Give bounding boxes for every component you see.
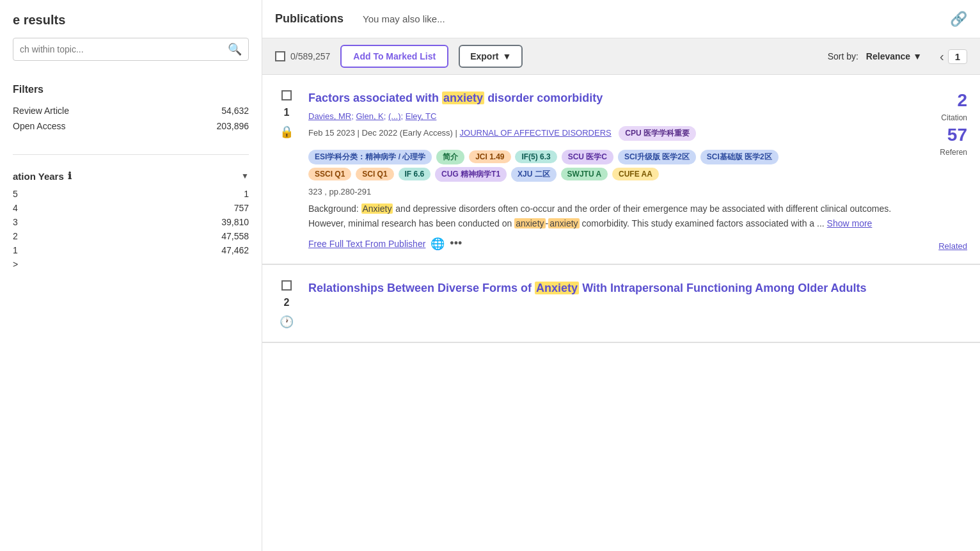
result-number-1: 1 (284, 107, 290, 118)
year-rows: 5 1 4 757 3 39,810 2 47,558 1 47,462 > (0, 187, 262, 271)
result-right-col-2 (916, 280, 967, 329)
show-more-link-1[interactable]: Show more (827, 218, 873, 228)
badge[interactable]: IF(5) 6.3 (515, 150, 557, 163)
pagination: ‹ 1 (940, 49, 967, 64)
badge[interactable]: IF 6.6 (399, 168, 431, 180)
lock-icon: 🔒 (280, 125, 294, 139)
badge[interactable]: SCI基础版 医学2区 (700, 150, 778, 164)
badge[interactable]: ESI学科分类：精神病学 / 心理学 (308, 150, 432, 164)
badges-row-1: ESI学科分类：精神病学 / 心理学 简介 JCI 1.49 IF(5) 6.3… (308, 148, 906, 183)
badge[interactable]: JCI 1.49 (469, 150, 510, 163)
year-row[interactable]: 3 39,810 (13, 215, 249, 229)
search-icon[interactable]: 🔍 (228, 42, 242, 56)
sidebar-header: e results 🔍 (0, 13, 262, 74)
year-label: 4 (13, 203, 18, 213)
info-icon: ℹ (68, 170, 72, 182)
badge-cpu: CPU 医学学科重要 (619, 126, 696, 141)
badge[interactable]: SWJTU A (561, 168, 608, 180)
prev-page-button[interactable]: ‹ (940, 49, 944, 64)
nav-subtitle: You may also like... (363, 13, 445, 24)
search-box: 🔍 (13, 38, 249, 61)
badge[interactable]: SSCI Q1 (308, 168, 351, 180)
meta-line-1: Feb 15 2023 | Dec 2022 (Early Access) | … (308, 125, 906, 142)
highlight-anxiety-abstract: Anxiety (361, 204, 393, 214)
result-body-2: Relationships Between Diverse Forms of A… (308, 280, 906, 329)
search-input[interactable] (20, 44, 228, 54)
author-ellipsis: (...) (388, 111, 401, 121)
sort-chevron-icon[interactable]: ▼ (913, 51, 922, 61)
toolbar: 0/589,257 Add To Marked List Export ▼ So… (262, 38, 980, 75)
select-all-checkbox[interactable] (275, 51, 285, 61)
year-label: 3 (13, 217, 18, 227)
badge[interactable]: SCU 医学C (562, 150, 613, 164)
main-content: Publications You may also like... 🔗 0/58… (262, 0, 980, 551)
sidebar-divider (13, 154, 249, 155)
filter-label: Review Article (13, 106, 69, 116)
filters-title: Filters (13, 84, 249, 95)
fulltext-row-1: Free Full Text From Publisher 🌐 ••• (308, 237, 906, 251)
sidebar-results-title: e results (13, 13, 249, 28)
filter-review-article[interactable]: Review Article 54,632 (13, 103, 249, 118)
author-link[interactable]: Eley, TC (406, 111, 437, 121)
chevron-down-icon: ▼ (503, 51, 512, 61)
result-list: 1 🔒 Factors associated with anxiety diso… (262, 75, 980, 343)
badge[interactable]: CUFE AA (612, 168, 659, 180)
year-row[interactable]: > (13, 257, 249, 271)
fulltext-link-1[interactable]: Free Full Text From Publisher (308, 239, 425, 249)
badge[interactable]: CUG 精神病学T1 (435, 167, 507, 182)
result-left-col-2: 2 🕐 (275, 280, 298, 329)
more-options-icon[interactable]: ••• (450, 237, 462, 250)
year-label: 1 (13, 245, 18, 255)
filter-count: 54,632 (221, 106, 249, 116)
sidebar: e results 🔍 Filters Review Article 54,63… (0, 0, 262, 551)
result-checkbox-1[interactable] (281, 90, 292, 100)
author-link[interactable]: Davies, MR (308, 111, 351, 121)
badge[interactable]: SCI升级版 医学2区 (618, 150, 696, 164)
result-right-col-1: 2 Citation 57 Referen Related (916, 90, 967, 251)
chevron-down-icon: ▼ (241, 172, 249, 180)
year-label: 2 (13, 231, 18, 241)
journal-link-1[interactable]: JOURNAL OF AFFECTIVE DISORDERS (460, 128, 612, 138)
nav-bar: Publications You may also like... 🔗 (262, 0, 980, 38)
year-count: 39,810 (221, 217, 249, 227)
year-row[interactable]: 4 757 (13, 201, 249, 215)
abstract-1: Background: Anxiety and depressive disor… (308, 202, 906, 230)
result-checkbox-2[interactable] (281, 280, 292, 291)
citation-years-section[interactable]: ation Years ℹ ▼ (0, 165, 262, 187)
highlight-anxiety-orange2: anxiety (548, 218, 579, 228)
result-count-label: 0/589,257 (290, 51, 330, 61)
link-icon[interactable]: 🔗 (950, 11, 967, 28)
year-label: > (13, 259, 18, 269)
citation-label-1: Citation (941, 113, 967, 122)
nav-publications-title: Publications (275, 12, 344, 26)
filter-count: 203,896 (216, 121, 249, 131)
year-row[interactable]: 2 47,558 (13, 229, 249, 243)
related-link-1[interactable]: Related (938, 241, 967, 251)
export-button[interactable]: Export ▼ (459, 45, 523, 68)
result-card-2: 2 🕐 Relationships Between Diverse Forms … (262, 265, 980, 343)
filter-label: Open Access (13, 121, 66, 131)
citation-years-title: ation Years ℹ (13, 170, 72, 182)
result-body-1: Factors associated with anxiety disorder… (308, 90, 906, 251)
result-number-2: 2 (284, 297, 290, 308)
year-count: 757 (234, 203, 249, 213)
badge[interactable]: SCI Q1 (356, 168, 393, 180)
sort-by-label: Sort by: (828, 51, 858, 61)
page-number[interactable]: 1 (948, 49, 967, 64)
result-title-1[interactable]: Factors associated with anxiety disorder… (308, 90, 906, 106)
reference-count-1: 57 (947, 125, 967, 145)
year-row[interactable]: 1 47,462 (13, 243, 249, 257)
author-link[interactable]: Glen, K (356, 111, 383, 121)
add-to-marked-list-button[interactable]: Add To Marked List (340, 45, 448, 68)
year-row[interactable]: 5 1 (13, 187, 249, 201)
export-label: Export (470, 51, 498, 61)
highlight-anxiety-2: Anxiety (535, 282, 579, 294)
badge[interactable]: XJU 二区 (511, 167, 557, 182)
filter-open-access[interactable]: Open Access 203,896 (13, 118, 249, 134)
clock-icon: 🕐 (280, 315, 294, 329)
result-title-2[interactable]: Relationships Between Diverse Forms of A… (308, 280, 906, 296)
authors-1: Davies, MR; Glen, K; (...); Eley, TC (308, 111, 906, 121)
sort-value[interactable]: Relevance (866, 51, 910, 61)
sort-wrapper: Sort by: Relevance ▼ (828, 51, 922, 61)
badge[interactable]: 简介 (436, 150, 464, 164)
